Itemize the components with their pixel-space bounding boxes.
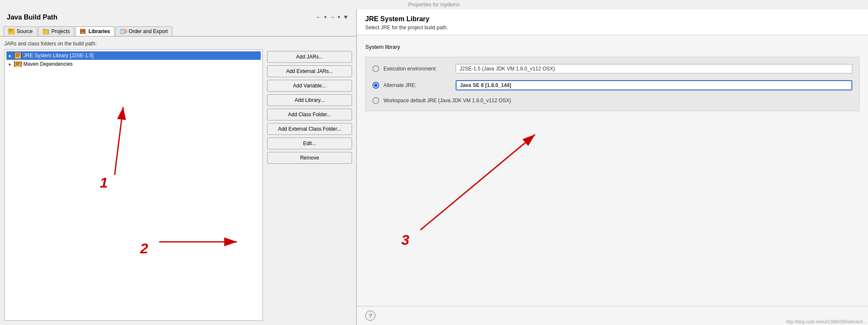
right-panel: JRE System Library Select JRE for the pr… [357, 9, 868, 325]
radio-workspace-label: Workspace default JRE (Java JDK VM 1.8.0… [383, 98, 511, 104]
radio-row-workspace: Workspace default JRE (Java JDK VM 1.8.0… [372, 97, 852, 104]
edit-button[interactable]: Edit... [267, 137, 352, 149]
list-label: JARs and class folders on the build path… [4, 41, 263, 47]
add-external-jars-button[interactable]: Add External JARs... [267, 65, 352, 77]
help-button[interactable]: ? [365, 311, 375, 321]
add-variable-button[interactable]: Add Variable... [267, 80, 352, 92]
remove-button[interactable]: Remove [267, 152, 352, 164]
tree-arrow-maven: ► [8, 62, 12, 67]
svg-rect-1 [9, 29, 12, 30]
svg-rect-12 [120, 29, 124, 34]
radio-group: Execution environment: J2SE-1.5 (Java JD… [365, 57, 860, 111]
tab-order-export[interactable]: Order and Export [116, 26, 172, 36]
tree-item-jre[interactable]: ► JRE System Library [J2SE-1.5] [6, 51, 261, 60]
svg-rect-11 [81, 31, 85, 32]
svg-rect-17 [16, 53, 20, 54]
jre-book-icon [14, 53, 22, 59]
radio-alternate-label: Alternate JRE: [383, 82, 451, 88]
tree-list[interactable]: ► JRE System Library [J2SE-1.5] [4, 49, 263, 321]
tab-source-label: Source [17, 28, 33, 34]
tab-libraries[interactable]: Libraries [75, 26, 115, 36]
content-area: JARs and class folders on the build path… [0, 36, 356, 325]
buttons-section: Add JARs... Add External JARs... Add Var… [267, 41, 352, 321]
section-label: System library [365, 44, 860, 50]
menu-arrow-icon[interactable]: ▼ [343, 14, 349, 20]
radio-alternate-jre[interactable] [372, 82, 379, 89]
svg-rect-19 [16, 56, 19, 57]
tree-arrow-jre: ► [8, 53, 12, 58]
tabs-bar: Source Projects [0, 25, 356, 36]
radio-row-alternate: Alternate JRE: Java SE 8 [1.8.0_144] [372, 80, 852, 90]
forward-arrow-icon[interactable]: → [329, 14, 335, 20]
svg-rect-9 [81, 30, 85, 30]
tab-projects[interactable]: Projects [38, 26, 74, 36]
url-text: http://blog.csdn.net/u013084266/article/… [786, 319, 866, 324]
svg-line-14 [125, 31, 127, 33]
radio-workspace-default[interactable] [372, 97, 379, 104]
list-section: JARs and class folders on the build path… [4, 41, 263, 321]
tab-libraries-label: Libraries [88, 28, 110, 34]
radio-alternate-value[interactable]: Java SE 8 [1.8.0_144] [456, 80, 852, 90]
back-arrow-icon[interactable]: ← [316, 14, 321, 20]
add-external-class-folder-button[interactable]: Add External Class Folder... [267, 123, 352, 135]
radio-execution-label: Execution environment: [383, 66, 451, 72]
right-panel-subtitle: Select JRE for the project build path. [365, 25, 860, 31]
help-icon: ? [369, 313, 372, 319]
right-panel-title: JRE System Library [365, 15, 860, 23]
libraries-tab-icon [80, 28, 87, 34]
svg-rect-10 [81, 31, 85, 31]
maven-item-label: Maven Dependencies [23, 61, 73, 67]
panel-title: Java Build Path [0, 9, 64, 25]
radio-row-execution: Execution environment: J2SE-1.5 (Java JD… [372, 64, 852, 73]
order-export-tab-icon [120, 28, 127, 34]
dropdown-arrow2-icon[interactable]: ▼ [337, 15, 341, 20]
add-library-button[interactable]: Add Library... [267, 94, 352, 106]
dropdown-arrow-icon[interactable]: ▼ [323, 15, 327, 20]
svg-rect-2 [9, 31, 13, 31]
svg-rect-3 [9, 31, 11, 32]
jre-item-label: JRE System Library [J2SE-1.5] [23, 53, 93, 59]
left-panel: Java Build Path ← ▼ → ▼ ▼ [0, 9, 357, 325]
radio-execution-value[interactable]: J2SE-1.5 (Java JDK VM 1.8.0_v112 OSX) [456, 64, 852, 73]
window-title-text: Properties for mydemo [408, 2, 459, 8]
add-jars-button[interactable]: Add JARs... [267, 51, 352, 63]
tab-order-export-label: Order and Export [129, 28, 168, 34]
panel-header: Java Build Path ← ▼ → ▼ ▼ [0, 9, 356, 25]
svg-rect-24 [16, 64, 19, 65]
window-title-bar: Properties for mydemo [0, 0, 868, 9]
maven-book-icon [14, 61, 22, 67]
projects-tab-icon [43, 28, 50, 34]
svg-rect-23 [16, 63, 20, 64]
svg-rect-22 [16, 62, 20, 63]
radio-execution-env[interactable] [372, 65, 379, 72]
right-header: JRE System Library Select JRE for the pr… [357, 9, 868, 35]
svg-rect-18 [16, 55, 20, 56]
tab-source[interactable]: Source [3, 26, 37, 36]
right-content: System library Execution environment: J2… [357, 35, 868, 306]
tab-projects-label: Projects [51, 28, 70, 34]
svg-rect-4 [43, 30, 49, 34]
tree-item-maven[interactable]: ► Maven Dependencies [6, 60, 261, 68]
source-tab-icon [8, 28, 15, 34]
add-class-folder-button[interactable]: Add Class Folder... [267, 109, 352, 120]
